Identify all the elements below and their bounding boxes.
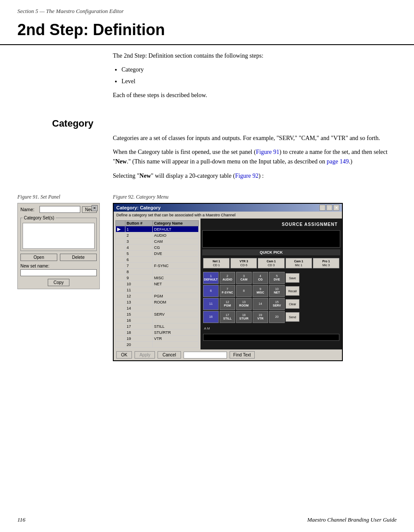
row-arrow	[116, 263, 125, 269]
row-name	[152, 257, 198, 263]
maximize-button[interactable]: □	[326, 205, 332, 211]
open-button[interactable]: Open	[20, 254, 57, 261]
num-btn-1-2[interactable]: 8	[236, 285, 252, 297]
num-row-3: 1617STILL18STU/R19VTR20Send	[203, 311, 339, 323]
apply-button[interactable]: Apply	[135, 351, 155, 359]
minimize-button[interactable]: _	[319, 205, 325, 211]
num-btn-0-2[interactable]: 3CAM	[236, 272, 252, 284]
qp-button-3[interactable]: Cam 1Mic 1	[286, 258, 312, 268]
delete-button[interactable]: Delete	[60, 254, 97, 261]
num-btn-1-4[interactable]: 10NET	[269, 285, 285, 297]
figure91-link[interactable]: Figure 91	[256, 149, 279, 155]
qp-button-2[interactable]: Cam 1CD 3	[258, 258, 284, 268]
qp-button-0[interactable]: Net 1CD 1	[203, 258, 230, 268]
num-btn-2-4[interactable]: 15SERV	[269, 298, 285, 310]
table-row[interactable]: 13ROOM	[116, 299, 199, 305]
table-row[interactable]: 2AUDIO	[116, 232, 199, 238]
table-row[interactable]: 9MISC	[116, 275, 199, 281]
col-header-button: Button #	[125, 221, 152, 226]
row-num: 16	[125, 317, 152, 323]
table-row[interactable]: 11	[116, 287, 199, 293]
table-row[interactable]: 7F-SYNC	[116, 263, 199, 269]
row-num: 10	[125, 281, 152, 287]
table-row[interactable]: 18STU/RTR	[116, 330, 199, 336]
row-name: DEFAULT	[152, 226, 198, 232]
table-row[interactable]: 16	[116, 317, 199, 323]
table-row[interactable]: 10NET	[116, 281, 199, 287]
row-arrow	[116, 330, 125, 336]
num-btn-0-4[interactable]: 5DVE	[269, 272, 285, 284]
row-arrow: ▶	[116, 226, 125, 232]
row-arrow	[116, 311, 125, 317]
row-name: ROOM	[152, 299, 198, 305]
qp-button-4[interactable]: Pro 1Mic 3	[313, 258, 339, 268]
num-btn-2-3[interactable]: 14	[253, 298, 268, 310]
num-btn-0-1[interactable]: 2AUDIO	[220, 272, 235, 284]
table-row[interactable]: 6	[116, 257, 199, 263]
row-name	[152, 269, 198, 275]
row-name: MISC	[152, 275, 198, 281]
table-row[interactable]: 5DVE	[116, 251, 199, 257]
row-arrow	[116, 305, 125, 311]
side-btn-2[interactable]: Clear	[286, 299, 299, 309]
name-input[interactable]	[39, 206, 80, 213]
row-arrow	[116, 323, 125, 330]
row-num: 8	[125, 269, 152, 275]
side-btn-1[interactable]: Recall	[286, 286, 299, 296]
num-btn-3-0[interactable]: 16	[203, 311, 219, 323]
num-row-2: 1112PGM13ROOM1415SERVClear	[203, 298, 339, 310]
new-set-name-input[interactable]	[20, 269, 97, 276]
cancel-button[interactable]: Cancel	[158, 351, 181, 359]
num-btn-3-3[interactable]: 19VTR	[253, 311, 268, 323]
window-title: Category: Category	[116, 205, 161, 210]
copy-button[interactable]: Copy	[48, 279, 69, 286]
qp-button-1[interactable]: VTR 3CD 6	[230, 258, 257, 268]
num-btn-3-2[interactable]: 18STU/R	[236, 311, 252, 323]
table-row[interactable]: 20	[116, 342, 199, 348]
category-sets-list[interactable]	[23, 223, 95, 249]
row-num: 6	[125, 257, 152, 263]
num-btn-1-3[interactable]: 9MISC	[253, 285, 268, 297]
category-body: Categories are a set of classes for inpu…	[0, 134, 414, 181]
table-row[interactable]: 8	[116, 269, 199, 275]
table-row[interactable]: 14	[116, 305, 199, 311]
table-row[interactable]: 17STILL	[116, 323, 199, 330]
page149-link[interactable]: page 149	[327, 158, 349, 165]
table-row[interactable]: 12PGM	[116, 293, 199, 299]
new-set-name-label: New set name:	[20, 264, 97, 268]
row-name: VTR	[152, 336, 198, 342]
table-row[interactable]: 15SERV	[116, 311, 199, 317]
table-row[interactable]: 4CG	[116, 245, 199, 251]
row-arrow	[116, 336, 125, 342]
close-icon[interactable]: ✕	[92, 205, 98, 211]
cat-right-section: SOURCE ASSIGNMENT QUICK PICK Net 1CD 1VT…	[200, 219, 342, 349]
para2-prefix: When the Category table is first opened,…	[113, 149, 256, 155]
page-number: 116	[17, 516, 26, 523]
num-btn-1-1[interactable]: 7F-SYNC	[220, 285, 235, 297]
table-row[interactable]: ▶1DEFAULT	[116, 226, 199, 232]
num-btn-3-1[interactable]: 17STILL	[220, 311, 235, 323]
num-btn-2-1[interactable]: 12PGM	[220, 298, 235, 310]
table-row[interactable]: 3CAM	[116, 238, 199, 245]
set-panel: ✕ Name: New Category Set(s) Open Delete …	[17, 203, 100, 289]
num-btn-0-0[interactable]: 1DEFAULT	[203, 272, 219, 284]
category-para1: Categories are a set of classes for inpu…	[113, 134, 397, 143]
num-btn-0-3[interactable]: 4CG	[253, 272, 268, 284]
side-btn-0[interactable]: Save	[286, 273, 299, 283]
figure92-link[interactable]: Figure 92	[235, 173, 259, 179]
find-text-button[interactable]: Find Text	[230, 351, 255, 359]
num-btn-2-2[interactable]: 13ROOM	[236, 298, 252, 310]
black-display-top	[202, 230, 340, 248]
row-arrow	[116, 245, 125, 251]
num-btn-1-0[interactable]: 6	[203, 285, 219, 297]
figure91-container: Figure 91. Set Panel ✕ Name: New Categor…	[17, 194, 104, 361]
close-window-button[interactable]: ✕	[333, 205, 339, 211]
breadcrumb: Section 5 — The Maestro Configuration Ed…	[0, 0, 414, 17]
ok-button[interactable]: OK	[116, 351, 132, 359]
row-arrow	[116, 287, 125, 293]
num-btn-2-0[interactable]: 11	[203, 298, 219, 310]
num-btn-3-4[interactable]: 20	[269, 311, 285, 323]
side-btn-3[interactable]: Send	[286, 312, 299, 322]
table-row[interactable]: 19VTR	[116, 336, 199, 342]
find-text-input[interactable]	[184, 352, 227, 359]
